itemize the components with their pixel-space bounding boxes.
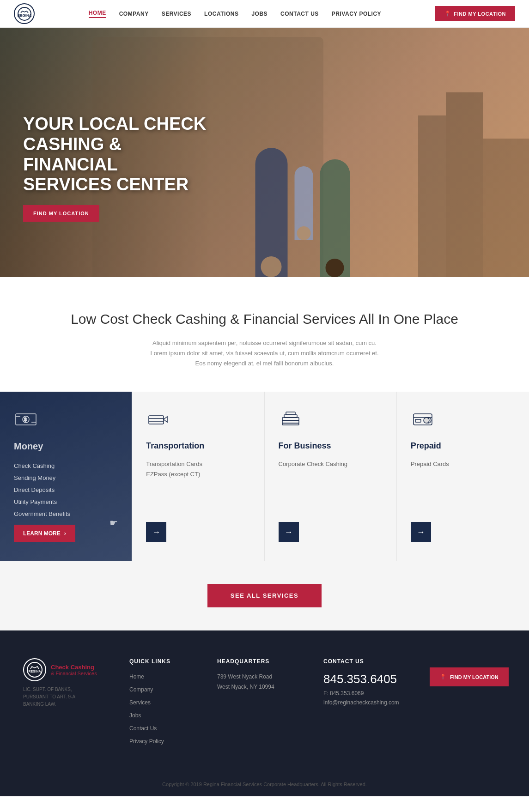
svg-rect-2 [16, 414, 36, 425]
svg-rect-17 [415, 419, 421, 422]
nav-services[interactable]: SERVICES [162, 11, 191, 17]
footer-bottom: Copyright © 2019 Regina Financial Servic… [23, 773, 506, 787]
service-business-card: For Business Corporate Check Cashing → [265, 392, 397, 561]
footer-hq: HEADQUARTERS 739 West Nyack RoadWest Nya… [217, 658, 310, 750]
footer-contact: CONTACT US 845.353.6405 F: 845.353.6069 … [323, 658, 416, 750]
footer-link-jobs[interactable]: Jobs [129, 712, 141, 719]
nav-home[interactable]: HOME [89, 10, 106, 18]
service-transport-card: Transportation Transportation Cards EZPa… [132, 392, 264, 561]
svg-text:REGINA: REGINA [28, 670, 41, 673]
transport-desc: Transportation Cards EZPass (except CT) [146, 459, 250, 479]
nav-locations[interactable]: LOCATIONS [204, 11, 238, 17]
money-icon: $ [14, 410, 118, 433]
nav-contact[interactable]: CONTACT US [280, 11, 319, 17]
money-learn-more-button[interactable]: LEARN MORE › [14, 525, 75, 542]
footer-quick-links: QUICK LINKS Home Company Services Jobs C… [129, 658, 203, 750]
list-item: Sending Money [14, 472, 118, 484]
money-title: Money [14, 441, 118, 452]
footer-logo-icon: REGINA [23, 658, 46, 681]
footer-grid: REGINA Check Cashing & Financial Service… [23, 658, 506, 750]
transport-title: Transportation [146, 441, 250, 451]
footer-links-list: Home Company Services Jobs Contact Us Pr… [129, 672, 203, 745]
nav-company[interactable]: COMPANY [119, 11, 149, 17]
location-icon: 📍 [440, 674, 446, 680]
intro-title: Low Cost Check Cashing & Financial Servi… [14, 309, 515, 329]
footer-find-col: 📍 FIND MY LOCATION [430, 658, 509, 750]
footer-hq-address: 739 West Nyack RoadWest Nyack, NY 10994 [217, 672, 310, 692]
hero-content: YOUR LOCAL CHECK CASHING & FINANCIAL SER… [23, 114, 208, 222]
intro-section: Low Cost Check Cashing & Financial Servi… [0, 277, 529, 392]
list-item: EZPass (except CT) [146, 469, 250, 479]
navbar: REGINA HOME COMPANY SERVICES LOCATIONS J… [0, 0, 529, 28]
hero-title: YOUR LOCAL CHECK CASHING & FINANCIAL SER… [23, 114, 208, 195]
logo-icon: REGINA [14, 3, 35, 24]
svg-rect-11 [282, 420, 299, 423]
footer-disclaimer: LIC. SUPT. OF BANKS,PURSUANT TO ART. 9-A… [23, 686, 116, 708]
list-item: Transportation Cards [146, 459, 250, 469]
prepaid-icon [411, 410, 515, 433]
nav-links: HOME COMPANY SERVICES LOCATIONS JOBS CON… [89, 10, 381, 18]
see-all-services-button[interactable]: SEE ALL SERVICES [207, 584, 322, 607]
services-grid: $ Money Check Cashing Sending Money Dire… [0, 392, 529, 561]
nav-jobs[interactable]: JOBS [251, 11, 268, 17]
footer-logo: REGINA Check Cashing & Financial Service… [23, 658, 116, 681]
footer-hq-title: HEADQUARTERS [217, 658, 310, 665]
arrow-icon: › [64, 530, 66, 537]
list-item: Check Cashing [14, 460, 118, 472]
find-location-button[interactable]: 📍 FIND MY LOCATION [435, 6, 515, 21]
footer-logo-text: Check Cashing & Financial Services [51, 664, 97, 676]
footer-fax: F: 845.353.6069 [323, 690, 416, 697]
list-item: Government Benefits [14, 508, 118, 520]
prepaid-desc: Prepaid Cards [411, 459, 515, 469]
prepaid-arrow-button[interactable]: → [411, 522, 431, 542]
nav-privacy[interactable]: PRIVACY POLICY [332, 11, 381, 17]
footer-contact-title: CONTACT US [323, 658, 416, 665]
transport-arrow-button[interactable]: → [146, 522, 166, 542]
service-money-card: $ Money Check Cashing Sending Money Dire… [0, 392, 132, 561]
list-item: Prepaid Cards [411, 459, 515, 469]
svg-rect-14 [286, 412, 295, 415]
prepaid-title: Prepaid [411, 441, 515, 451]
svg-text:REGINA: REGINA [17, 13, 31, 18]
business-title: For Business [279, 441, 383, 451]
footer-link-company[interactable]: Company [129, 686, 153, 693]
footer-quick-links-title: QUICK LINKS [129, 658, 203, 665]
svg-rect-7 [149, 416, 164, 424]
footer-brand-sub: & Financial Services [51, 671, 97, 676]
footer-link-home[interactable]: Home [129, 673, 144, 680]
footer-brand-name: Check Cashing [51, 664, 97, 671]
footer-link-services[interactable]: Services [129, 699, 151, 706]
footer-logo-area: REGINA Check Cashing & Financial Service… [23, 658, 116, 750]
business-icon [279, 410, 383, 433]
hero-cta-button[interactable]: FIND MY LOCATION [23, 205, 99, 222]
svg-text:$: $ [24, 417, 27, 422]
business-desc: Corporate Check Cashing [279, 459, 383, 469]
svg-rect-13 [284, 415, 297, 418]
hero-section: YOUR LOCAL CHECK CASHING & FINANCIAL SER… [0, 28, 529, 277]
transport-icon [146, 410, 250, 433]
footer: REGINA Check Cashing & Financial Service… [0, 630, 529, 796]
see-all-section: SEE ALL SERVICES [0, 561, 529, 630]
service-prepaid-card: Prepaid Prepaid Cards → [397, 392, 529, 561]
svg-rect-12 [282, 423, 299, 425]
list-item: Utility Payments [14, 496, 118, 508]
footer-link-privacy[interactable]: Privacy Policy [129, 738, 164, 745]
footer-phone: 845.353.6405 [323, 672, 416, 686]
location-icon: 📍 [444, 11, 451, 17]
footer-link-contact[interactable]: Contact Us [129, 725, 157, 732]
copyright-text: Copyright © 2019 Regina Financial Servic… [162, 782, 367, 787]
business-arrow-button[interactable]: → [279, 522, 299, 542]
footer-find-location-button[interactable]: 📍 FIND MY LOCATION [430, 667, 509, 686]
intro-text: Aliquid minimum sapientem per, noluisse … [145, 338, 385, 369]
svg-point-19 [424, 418, 429, 423]
footer-email: info@reginacheckcashing.com [323, 699, 416, 706]
list-item: Corporate Check Cashing [279, 459, 383, 469]
money-list: Check Cashing Sending Money Direct Depos… [14, 460, 118, 520]
list-item: Direct Deposits [14, 484, 118, 496]
svg-rect-10 [282, 418, 299, 420]
svg-point-3 [23, 416, 29, 423]
logo[interactable]: REGINA [14, 3, 35, 24]
